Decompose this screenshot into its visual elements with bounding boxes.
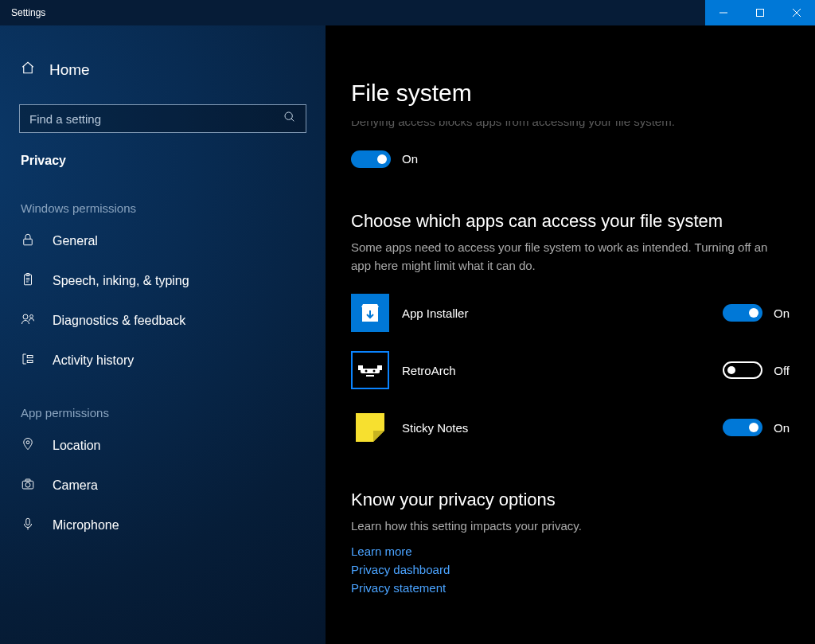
svg-rect-28 (358, 365, 363, 370)
nav-label: Camera (53, 478, 98, 493)
svg-marker-24 (361, 304, 379, 307)
home-icon (21, 60, 35, 79)
scroll-region[interactable]: Denying access blocks apps from accessin… (326, 110, 815, 644)
choose-apps-title: Choose which apps can access your file s… (351, 211, 790, 232)
svg-rect-18 (27, 361, 33, 363)
master-toggle-label: On (402, 152, 418, 166)
app-name: RetroArch (402, 364, 723, 377)
link-learn-more[interactable]: Learn more (351, 544, 790, 558)
svg-point-31 (373, 370, 376, 373)
home-label: Home (49, 61, 90, 79)
choose-apps-desc: Some apps need to access your file syste… (351, 238, 781, 275)
svg-point-19 (26, 441, 29, 444)
search-input[interactable] (29, 112, 283, 126)
nav-activity[interactable]: Activity history (0, 341, 326, 381)
svg-rect-1 (757, 10, 764, 17)
retroarch-icon (351, 351, 389, 389)
svg-rect-27 (361, 369, 380, 373)
app-toggle-label: On (774, 421, 790, 435)
location-icon (21, 437, 35, 455)
svg-rect-32 (366, 375, 374, 377)
nav-label: Activity history (53, 353, 134, 368)
svg-point-30 (365, 370, 368, 373)
content-header: File system (326, 25, 815, 121)
master-toggle[interactable] (351, 150, 391, 168)
clipboard-icon (21, 272, 35, 290)
master-toggle-row: On (351, 150, 790, 168)
know-privacy-desc: Learn how this setting impacts your priv… (351, 517, 781, 535)
home-item[interactable]: Home (0, 49, 326, 90)
group-windows-permissions: Windows permissions (0, 176, 326, 221)
sticky-notes-icon (351, 408, 389, 447)
app-installer-toggle[interactable] (723, 304, 762, 322)
app-row-retroarch: RetroArch Off (351, 351, 790, 389)
nav-speech[interactable]: Speech, inking, & typing (0, 261, 326, 301)
feedback-icon (21, 312, 35, 330)
close-button[interactable] (778, 0, 815, 25)
sticky-notes-toggle[interactable] (723, 419, 762, 436)
app-row-sticky-notes: Sticky Notes On (351, 408, 790, 447)
svg-rect-17 (27, 356, 33, 358)
search-wrap (19, 104, 306, 133)
svg-rect-29 (377, 365, 382, 370)
svg-point-12 (23, 314, 28, 319)
nav-label: Location (53, 439, 101, 453)
svg-point-13 (30, 314, 33, 318)
group-app-permissions: App permissions (0, 381, 326, 426)
page-title: File system (351, 80, 472, 107)
body: Home Privacy Windows permissions General… (0, 25, 815, 644)
nav-label: Microphone (53, 518, 119, 533)
app-toggle-label: On (774, 306, 790, 320)
microphone-icon (21, 517, 35, 534)
retroarch-toggle[interactable] (723, 361, 762, 379)
titlebar: Settings (0, 0, 815, 25)
app-row-app-installer: App Installer On (351, 294, 790, 332)
svg-point-4 (285, 112, 292, 119)
nav-camera[interactable]: Camera (0, 466, 326, 505)
nav-label: Diagnostics & feedback (53, 314, 185, 328)
app-toggle-label: Off (774, 364, 790, 377)
search-box[interactable] (19, 104, 306, 133)
nav-general[interactable]: General (0, 221, 326, 261)
svg-point-21 (25, 482, 30, 487)
window-title: Settings (0, 7, 45, 18)
camera-icon (21, 477, 35, 494)
link-privacy-statement[interactable]: Privacy statement (351, 581, 790, 595)
svg-rect-23 (26, 518, 30, 525)
app-installer-icon (351, 294, 389, 332)
nav-label: Speech, inking, & typing (53, 274, 189, 288)
minimize-button[interactable] (705, 0, 742, 25)
svg-rect-22 (25, 479, 30, 481)
link-privacy-dashboard[interactable]: Privacy dashboard (351, 563, 790, 576)
svg-rect-6 (24, 239, 33, 245)
app-name: Sticky Notes (402, 421, 723, 435)
nav-label: General (53, 234, 98, 248)
category-label: Privacy (0, 133, 326, 176)
nav-location[interactable]: Location (0, 426, 326, 466)
content-area: File system Denying access blocks apps f… (326, 25, 815, 644)
window-buttons (705, 0, 815, 25)
lock-icon (21, 232, 35, 250)
nav-microphone[interactable]: Microphone (0, 505, 326, 545)
app-name: App Installer (402, 306, 723, 320)
nav-diagnostics[interactable]: Diagnostics & feedback (0, 301, 326, 341)
search-icon (283, 111, 296, 127)
know-privacy-title: Know your privacy options (351, 490, 790, 510)
settings-window: Settings Home Privacy Windows permission… (0, 0, 815, 644)
activity-icon (21, 352, 35, 369)
maximize-button[interactable] (742, 0, 778, 25)
sidebar: Home Privacy Windows permissions General… (0, 25, 326, 644)
svg-line-5 (291, 119, 294, 121)
